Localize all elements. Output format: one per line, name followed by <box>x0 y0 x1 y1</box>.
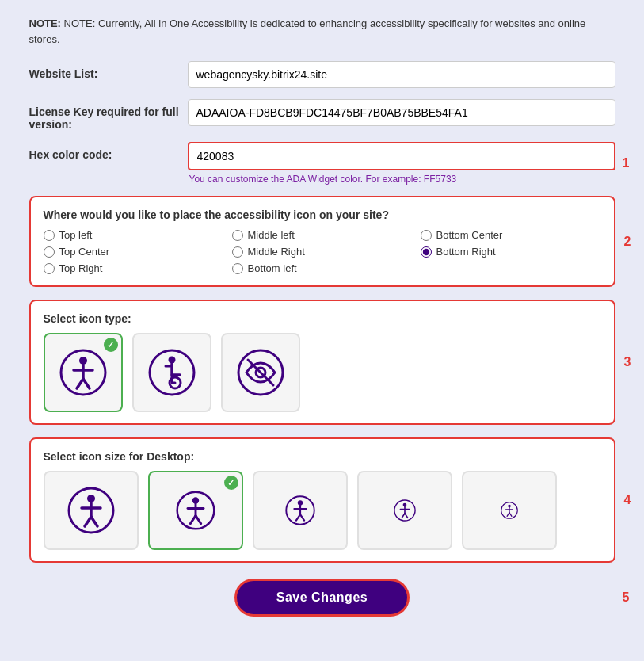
license-key-input[interactable] <box>188 99 615 126</box>
radio-top-right[interactable]: Top Right <box>44 262 224 274</box>
icon-position-title: Where would you like to place the access… <box>44 208 601 221</box>
website-list-input[interactable] <box>188 61 615 88</box>
note-text: NOTE: NOTE: Currently, All in One Access… <box>29 16 615 47</box>
icon-size-grid: ✓ <box>44 471 601 550</box>
icon-type-wheelchair[interactable] <box>132 333 211 412</box>
svg-line-17 <box>91 517 97 526</box>
radio-bottom-right[interactable]: Bottom Right <box>421 246 601 258</box>
svg-line-40 <box>507 513 509 516</box>
radio-bottom-center-label: Bottom Center <box>436 229 503 241</box>
person-accessibility-icon <box>59 349 107 396</box>
icon-type-section: Select icon type: ✓ <box>29 300 615 425</box>
icon-size-sm[interactable] <box>357 471 452 550</box>
svg-line-23 <box>196 516 201 524</box>
radio-middle-right-label: Middle Right <box>248 246 305 258</box>
website-list-row: Website List: <box>29 61 615 88</box>
icon-position-grid: Top left Middle left Bottom Center Top C… <box>44 229 601 274</box>
svg-line-28 <box>295 514 299 521</box>
radio-top-center-input[interactable] <box>44 246 55 258</box>
radio-top-center-label: Top Center <box>59 246 110 258</box>
svg-line-35 <box>405 514 408 518</box>
radio-top-right-input[interactable] <box>44 263 55 274</box>
radio-bottom-left[interactable]: Bottom left <box>232 262 413 274</box>
size-sm-icon <box>394 499 416 522</box>
section-2-number: 2 <box>624 235 631 249</box>
license-key-label: License Key required for full version: <box>29 99 188 131</box>
icon-type-person[interactable]: ✓ <box>44 333 123 412</box>
svg-line-22 <box>190 516 196 524</box>
size-xl-icon <box>67 487 115 534</box>
radio-bottom-right-input[interactable] <box>421 246 432 258</box>
license-key-row: License Key required for full version: <box>29 99 615 131</box>
svg-line-16 <box>85 517 91 526</box>
icon-size-md[interactable] <box>253 471 348 550</box>
section-5-number: 5 <box>623 590 630 605</box>
icon-size-title: Select icon size for Desktop: <box>44 450 601 463</box>
icon-size-xs[interactable] <box>462 471 557 550</box>
icon-size-lg[interactable]: ✓ <box>148 471 243 550</box>
svg-point-7 <box>168 357 175 364</box>
radio-middle-left-label: Middle left <box>248 229 295 241</box>
icon-position-section: Where would you like to place the access… <box>29 196 615 287</box>
wheelchair-accessibility-icon <box>148 349 196 396</box>
svg-line-5 <box>83 379 90 388</box>
icon-size-xl[interactable] <box>44 471 139 550</box>
svg-line-29 <box>300 514 304 521</box>
section-1-number: 1 <box>623 156 630 170</box>
website-list-label: Website List: <box>29 61 188 80</box>
radio-top-left-label: Top left <box>59 229 93 241</box>
svg-line-4 <box>77 379 83 388</box>
svg-line-41 <box>509 513 512 516</box>
save-button-row: Save Changes 5 <box>29 579 615 617</box>
radio-bottom-right-label: Bottom Right <box>436 246 496 258</box>
icon-size-section: Select icon size for Desktop: ✓ <box>29 437 615 563</box>
section-4-number: 4 <box>624 493 631 507</box>
icon-type-grid: ✓ <box>44 333 601 412</box>
radio-top-right-label: Top Right <box>59 262 103 274</box>
radio-top-left[interactable]: Top left <box>44 229 224 241</box>
hex-color-input[interactable] <box>188 142 615 170</box>
icon-type-eye-slash[interactable] <box>221 333 300 412</box>
size-xs-icon <box>501 502 518 519</box>
radio-bottom-left-input[interactable] <box>232 263 243 274</box>
svg-line-34 <box>402 514 405 518</box>
eye-slash-accessibility-icon <box>237 349 284 396</box>
save-changes-button[interactable]: Save Changes <box>234 579 410 617</box>
radio-top-center[interactable]: Top Center <box>44 246 224 258</box>
radio-bottom-left-label: Bottom left <box>248 262 297 274</box>
radio-middle-right-input[interactable] <box>232 246 243 258</box>
size-md-icon <box>285 495 315 525</box>
radio-middle-right[interactable]: Middle Right <box>232 246 413 258</box>
icon-type-title: Select icon type: <box>44 312 601 325</box>
radio-bottom-center[interactable]: Bottom Center <box>421 229 601 241</box>
hex-color-label: Hex color code: <box>29 142 188 161</box>
hex-color-hint: You can customize the ADA Widget color. … <box>188 174 615 185</box>
size-lg-icon <box>176 491 215 530</box>
icon-person-check: ✓ <box>104 338 118 352</box>
size-lg-check: ✓ <box>224 476 238 490</box>
hex-color-row: Hex color code: You can customize the AD… <box>29 142 615 185</box>
hex-color-wrapper: You can customize the ADA Widget color. … <box>188 142 615 185</box>
radio-bottom-center-input[interactable] <box>421 230 432 241</box>
radio-middle-left-input[interactable] <box>232 230 243 241</box>
radio-middle-left[interactable]: Middle left <box>232 229 413 241</box>
section-3-number: 3 <box>624 355 631 369</box>
radio-top-left-input[interactable] <box>44 230 55 241</box>
